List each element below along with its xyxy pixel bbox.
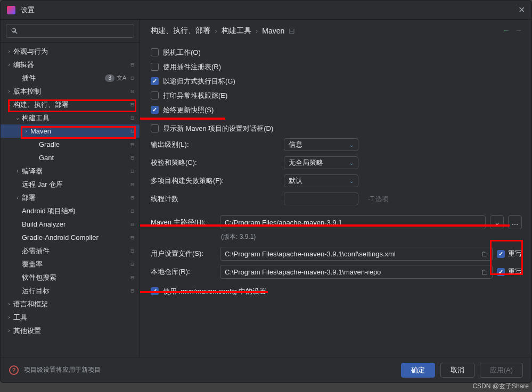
label-multi-fail: 多项目构建失败策略(F): [151, 176, 279, 186]
checkbox-recursive[interactable] [151, 77, 159, 85]
ok-button[interactable]: 确定 [401, 363, 435, 378]
label-plugin-registry: 使用插件注册表(R) [163, 62, 221, 72]
label-local-repo: 本地仓库(R): [151, 267, 216, 277]
sidebar-item-pkg-search[interactable]: 软件包搜索⊟ [1, 271, 140, 284]
nav-arrows: ← → [503, 26, 522, 34]
crumb-a[interactable]: 构建、执行、部署 [151, 26, 210, 36]
select-multi-fail[interactable]: 默认⌄ [284, 174, 358, 187]
label-always-update: 始终更新快照(S) [163, 105, 214, 115]
label-mvn-config: 使用 .mvn/maven.config 中的设置 [163, 287, 266, 296]
label-recursive: 以递归方式执行目标(G) [163, 77, 235, 86]
label-override-repo: 重写 [508, 267, 522, 277]
checkbox-offline[interactable] [151, 48, 159, 56]
breadcrumb: 构建、执行、部署› 构建工具› Maven ⊟ [151, 26, 522, 36]
sidebar-item-run-target[interactable]: 运行目标⊟ [1, 284, 140, 297]
label-maven-home: Maven 主路径(H): [151, 218, 216, 227]
sidebar-item-compiler[interactable]: ›编译器⊟ [1, 164, 140, 178]
footer: ? 项目级设置将应用于新项目 确定 取消 应用(A) [1, 357, 531, 382]
content-panel: ← → 构建、执行、部署› 构建工具› Maven ⊟ 脱机工作(O) 使用插件… [140, 20, 531, 357]
footer-text: 项目级设置将应用于新项目 [24, 365, 396, 374]
checkbox-mvn-config[interactable] [151, 287, 159, 295]
app-icon [7, 6, 15, 14]
sidebar-item-coverage[interactable]: 覆盖率⊟ [1, 257, 140, 271]
sidebar-item-lang-frame[interactable]: ›语言和框架 [1, 297, 140, 311]
sidebar-item-gradle-android[interactable]: Gradle-Android Compiler⊟ [1, 231, 140, 244]
input-thread-count[interactable] [284, 193, 358, 205]
crumb-c: Maven [262, 27, 284, 35]
back-icon[interactable]: ← [503, 26, 510, 34]
sidebar: ›外观与行为 ›编辑器⊟ 插件3文A⊟ ›版本控制⊟ ⌄构建、执行、部署⊟ ⌄构… [1, 20, 140, 357]
apply-button[interactable]: 应用(A) [480, 363, 523, 378]
body: ›外观与行为 ›编辑器⊟ 插件3文A⊟ ›版本控制⊟ ⌄构建、执行、部署⊟ ⌄构… [1, 20, 531, 357]
input-local-repo[interactable]: C:\Program Files\apache-maven-3.9.1\mave… [220, 265, 493, 279]
checkbox-print-stack[interactable] [151, 91, 159, 99]
browse-maven-home[interactable]: … [508, 215, 522, 229]
select-output-level[interactable]: 信息⌄ [284, 138, 358, 151]
search-wrap [1, 20, 140, 43]
label-print-stack: 打印异常堆栈跟踪(E) [163, 91, 227, 101]
folder-icon[interactable]: 🗀 [481, 250, 488, 258]
checkbox-override-user[interactable] [497, 250, 505, 258]
label-show-dialog: 显示新 Maven 项目的设置对话框(D) [163, 124, 273, 134]
crumb-b[interactable]: 构建工具 [222, 26, 251, 36]
sidebar-item-plugins[interactable]: 插件3文A⊟ [1, 71, 140, 85]
search-icon [11, 27, 18, 35]
label-output-level: 输出级别(L): [151, 140, 279, 149]
sidebar-item-gradle[interactable]: Gradle⊟ [1, 138, 140, 151]
sidebar-item-other[interactable]: ›其他设置 [1, 324, 140, 337]
label-override-user: 重写 [508, 249, 522, 258]
checkbox-plugin-registry[interactable] [151, 63, 159, 71]
window-title: 设置 [21, 5, 518, 15]
search-input[interactable] [21, 27, 129, 35]
translate-icon: 文A [117, 74, 126, 82]
cancel-button[interactable]: 取消 [440, 363, 474, 378]
sidebar-item-remote-jar[interactable]: 远程 Jar 仓库⊟ [1, 178, 140, 191]
watermark: CSDN @玄子Share [472, 382, 529, 391]
settings-window: 设置 ✕ ›外观与行为 ›编辑器⊟ 插件3文A⊟ ›版本控制⊟ ⌄构建、执行、部… [0, 0, 532, 383]
titlebar: 设置 ✕ [1, 1, 531, 20]
sidebar-item-android-struct[interactable]: Android 项目结构⊟ [1, 204, 140, 218]
settings-tree[interactable]: ›外观与行为 ›编辑器⊟ 插件3文A⊟ ›版本控制⊟ ⌄构建、执行、部署⊟ ⌄构… [1, 43, 140, 357]
checkbox-always-update[interactable] [151, 106, 159, 114]
sidebar-item-maven[interactable]: ›Maven⊟ [1, 124, 140, 138]
version-text: (版本: 3.9.1) [221, 232, 522, 241]
checkbox-show-dialog[interactable] [151, 124, 159, 132]
hint-t-option: -T 选项 [368, 195, 388, 204]
label-checksum: 校验和策略(C): [151, 158, 279, 168]
input-user-settings[interactable]: C:\Program Files\apache-maven-3.9.1\conf… [220, 247, 493, 261]
sidebar-item-build-tools[interactable]: ⌄构建工具⊟ [1, 111, 140, 124]
label-user-settings: 用户设置文件(S): [151, 249, 216, 258]
forward-icon[interactable]: → [515, 26, 522, 34]
info-icon[interactable]: ? [9, 365, 19, 375]
search-box[interactable] [6, 24, 134, 38]
select-checksum[interactable]: 无全局策略⌄ [284, 156, 358, 169]
dropdown-maven-home[interactable]: ⌄ [490, 215, 504, 229]
sidebar-item-build[interactable]: ⌄构建、执行、部署⊟ [1, 98, 140, 111]
label-thread-count: 线程计数 [151, 194, 279, 204]
sidebar-item-vcs[interactable]: ›版本控制⊟ [1, 85, 140, 98]
sidebar-item-gant[interactable]: Gant⊟ [1, 151, 140, 164]
sidebar-item-req-plugins[interactable]: 必需插件⊟ [1, 244, 140, 257]
close-icon[interactable]: ✕ [518, 5, 525, 15]
label-offline: 脱机工作(O) [163, 48, 201, 57]
sidebar-item-appearance[interactable]: ›外观与行为 [1, 45, 140, 58]
checkbox-override-repo[interactable] [497, 268, 505, 276]
sidebar-item-tools[interactable]: ›工具 [1, 311, 140, 324]
sidebar-item-build-analyzer[interactable]: Build Analyzer⊟ [1, 218, 140, 231]
folder-icon[interactable]: 🗀 [481, 268, 488, 276]
input-maven-home[interactable]: C:/Program Files/apache-maven-3.9.1 [220, 215, 486, 229]
sidebar-item-deploy[interactable]: ›部署⊟ [1, 191, 140, 204]
sidebar-item-editor[interactable]: ›编辑器⊟ [1, 58, 140, 71]
